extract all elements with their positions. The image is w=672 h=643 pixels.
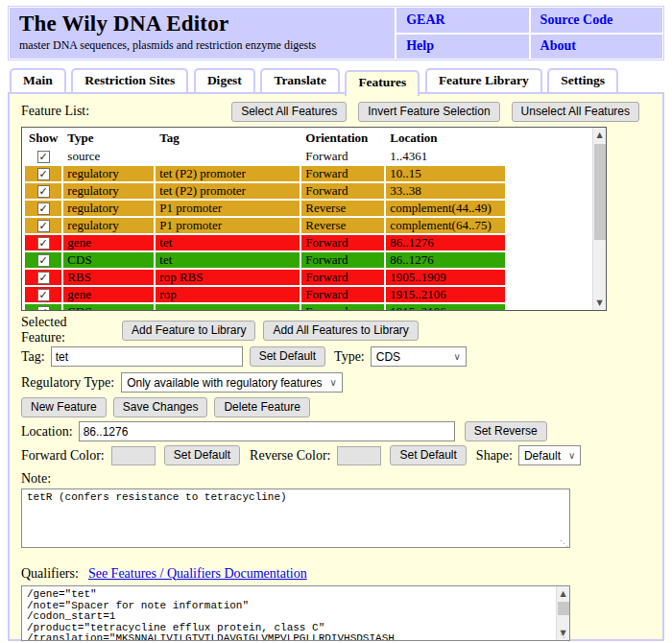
tab-translate[interactable]: Translate [260, 68, 340, 92]
column-type: Type [63, 130, 154, 147]
resize-grip-icon[interactable]: ⋱ [560, 539, 568, 547]
scroll-up-icon[interactable]: ▲ [593, 128, 606, 142]
column-show: Show [25, 130, 61, 147]
unselect-all-features-button[interactable]: Unselect All Features [512, 102, 639, 122]
type-select[interactable]: CDS∨ [371, 346, 467, 367]
column-tag: Tag [156, 130, 300, 147]
location-input[interactable] [79, 421, 455, 441]
about-link-cell[interactable]: About [531, 35, 662, 60]
select-all-features-button[interactable]: Select All Features [231, 102, 347, 122]
feature-row[interactable]: ✓sourceForward1..4361 [25, 149, 505, 164]
feature-show-checkbox[interactable]: ✓ [37, 185, 50, 198]
feature-row[interactable]: ✓regulatoryP1 promoterReversecomplement(… [25, 201, 505, 216]
forward-color-label: Forward Color: [21, 448, 105, 464]
qualifiers-label: Qualifiers: [21, 566, 79, 582]
save-changes-button[interactable]: Save Changes [113, 397, 208, 417]
feature-show-checkbox[interactable]: ✓ [37, 202, 50, 215]
feature-list-label: Feature List: [21, 104, 231, 119]
reverse-color-swatch[interactable] [337, 446, 381, 465]
gear-link-cell[interactable]: GEAR [396, 8, 528, 33]
feature-show-checkbox[interactable]: ✓ [37, 289, 50, 301]
tab-features[interactable]: Features [345, 70, 420, 96]
source-code-link[interactable]: Source Code [540, 12, 613, 28]
feature-row[interactable]: ✓regulatoryP1 promoterReversecomplement(… [25, 218, 505, 233]
tab-settings[interactable]: Settings [547, 68, 618, 92]
feature-table-scrollbar[interactable]: ▲ ▼ [592, 128, 606, 310]
feature-show-checkbox[interactable]: ✓ [37, 306, 50, 311]
features-panel: Feature List: Select All Features Invert… [8, 92, 664, 641]
tab-restriction-sites[interactable]: Restriction Sites [71, 68, 188, 92]
forward-color-swatch[interactable] [111, 446, 156, 465]
feature-row[interactable]: ✓regulatorytet (P2) promoterForward33..3… [25, 183, 505, 199]
reverse-color-label: Reverse Color: [250, 448, 330, 464]
header-links: GEAR Source Code Help About [396, 8, 662, 59]
scroll-down-icon[interactable]: ▼ [593, 296, 606, 310]
feature-show-checkbox[interactable]: ✓ [37, 272, 50, 284]
reverse-color-set-default-button[interactable]: Set Default [390, 445, 466, 465]
chevron-down-icon: ∨ [330, 377, 337, 388]
app-title-block: The Wily DNA Editor master DNA sequences… [10, 8, 395, 59]
feature-show-checkbox[interactable]: ✓ [37, 168, 50, 180]
tag-set-default-button[interactable]: Set Default [250, 346, 325, 367]
location-label: Location: [21, 424, 73, 440]
note-textarea[interactable]: tetR (confers resistance to tetracycline… [21, 488, 570, 548]
gear-link[interactable]: GEAR [406, 12, 444, 28]
column-orientation: Orientation [301, 130, 384, 147]
scroll-up-icon[interactable]: ▲ [557, 586, 569, 601]
feature-table-header-row: Show Type Tag Orientation Location [25, 130, 505, 147]
forward-color-set-default-button[interactable]: Set Default [164, 445, 240, 465]
help-link[interactable]: Help [406, 38, 434, 54]
tab-feature-library[interactable]: Feature Library [425, 68, 542, 92]
feature-row[interactable]: ✓RBSrop RBSForward1905..1909 [25, 270, 505, 285]
new-feature-button[interactable]: New Feature [21, 397, 107, 417]
feature-table: Show Type Tag Orientation Location ✓sour… [23, 128, 507, 311]
tag-input[interactable] [51, 346, 243, 367]
selected-feature-label: Selected Feature: [21, 315, 108, 345]
feature-table-body: ✓sourceForward1..4361✓regulatorytet (P2)… [25, 149, 505, 311]
regulatory-type-select[interactable]: Only available with regulatory features∨ [121, 372, 343, 393]
source-code-link-cell[interactable]: Source Code [531, 8, 662, 33]
add-feature-to-library-button[interactable]: Add Feature to Library [122, 321, 255, 341]
shape-label: Shape: [476, 448, 513, 464]
feature-row[interactable]: ✓regulatorytet (P2) promoterForward10..1… [25, 166, 505, 181]
tag-label: Tag: [21, 349, 45, 365]
chevron-down-icon: ∨ [568, 450, 575, 461]
delete-feature-button[interactable]: Delete Feature [214, 397, 309, 417]
feature-show-checkbox[interactable]: ✓ [37, 220, 50, 232]
resize-grip-icon[interactable]: ⋱ [560, 633, 568, 641]
regulatory-type-label: Regulatory Type: [21, 375, 114, 391]
feature-row[interactable]: ✓generopForward1915..2106 [25, 287, 505, 302]
feature-row[interactable]: ✓genetetForward86..1276 [25, 235, 505, 250]
invert-feature-selection-button[interactable]: Invert Feature Selection [358, 102, 499, 122]
app-header: The Wily DNA Editor master DNA sequences… [8, 6, 664, 60]
feature-show-checkbox[interactable]: ✓ [37, 254, 50, 267]
feature-show-checkbox[interactable]: ✓ [37, 237, 50, 250]
qualifiers-documentation-link[interactable]: See Features / Qualifiers Documentation [88, 566, 307, 582]
add-all-features-to-library-button[interactable]: Add All Features to Library [263, 321, 418, 341]
scrollbar-thumb[interactable] [558, 602, 569, 615]
feature-row[interactable]: ✓CDStetForward86..1276 [25, 252, 505, 268]
chevron-down-icon: ∨ [453, 351, 460, 362]
app-subtitle: master DNA sequences, plasmids and restr… [19, 38, 385, 53]
scrollbar-thumb[interactable] [594, 144, 606, 240]
about-link[interactable]: About [540, 38, 576, 54]
note-label: Note: [21, 471, 51, 487]
wily-dna-editor-page: The Wily DNA Editor master DNA sequences… [0, 0, 672, 643]
help-link-cell[interactable]: Help [396, 35, 528, 60]
tab-main[interactable]: Main [10, 68, 66, 92]
app-title: The Wily DNA Editor [19, 12, 385, 36]
set-reverse-button[interactable]: Set Reverse [465, 421, 547, 441]
feature-row[interactable]: ✓CDSropForward1915..2106 [25, 304, 505, 311]
qualifiers-textarea[interactable]: /gene="tet" /note="Spacer for note infor… [21, 585, 570, 641]
shape-select[interactable]: Default∨ [518, 445, 581, 465]
column-location: Location [386, 130, 505, 147]
type-label: Type: [334, 349, 365, 365]
tab-bar: Main Restriction Sites Digest Translate … [8, 68, 664, 94]
tab-digest[interactable]: Digest [194, 68, 255, 92]
feature-show-checkbox[interactable]: ✓ [37, 151, 50, 163]
feature-list-table-container[interactable]: Show Type Tag Orientation Location ✓sour… [21, 127, 607, 311]
